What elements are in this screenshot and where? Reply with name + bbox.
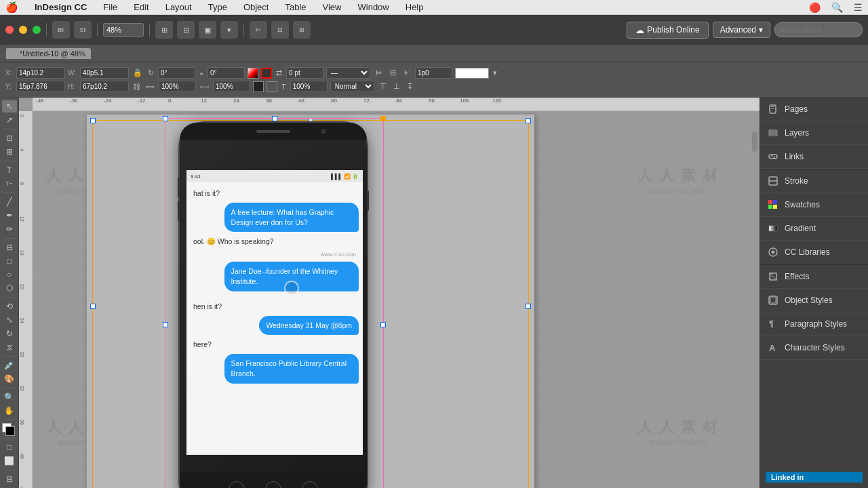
fill-stroke-indicator[interactable]	[2, 423, 17, 435]
page-tool[interactable]: ⊡	[2, 132, 17, 144]
menu-indesign[interactable]: InDesign CC	[32, 2, 90, 12]
panel-item-pages[interactable]: Pages	[760, 98, 868, 121]
panel-item-effects[interactable]: Effects	[760, 265, 868, 289]
menu-layout[interactable]: Layout	[163, 2, 195, 12]
panel-item-cc-libraries[interactable]: CC Libraries	[760, 241, 868, 264]
blend-mode-select[interactable]: Normal	[330, 81, 374, 92]
stroke-input[interactable]	[286, 67, 323, 79]
list-menu-icon[interactable]: ☰	[854, 2, 863, 13]
handle-tr[interactable]	[526, 118, 531, 123]
type-tool[interactable]: T	[2, 164, 17, 176]
scroll-indicator[interactable]	[752, 131, 757, 152]
color-arrow-icon[interactable]: ▾	[492, 68, 498, 77]
format-icon[interactable]: T	[280, 83, 288, 91]
more-btn[interactable]: ▾	[220, 21, 238, 39]
shear-tool[interactable]: ⧖	[2, 341, 17, 353]
document-tab[interactable]: ✕ *Untitled-10 @ 48%	[5, 47, 92, 59]
align-left-ctrl-btn[interactable]: ⊨	[373, 67, 385, 79]
direct-select-tool[interactable]: ↗	[2, 114, 17, 126]
publish-online-button[interactable]: ☁ Publish Online	[627, 22, 708, 39]
shear-input[interactable]	[208, 67, 245, 79]
play-btn[interactable]	[284, 281, 299, 296]
rect-tool[interactable]: □	[2, 255, 17, 267]
zoom-tool[interactable]: 🔍	[2, 391, 17, 403]
rotate-input[interactable]	[158, 67, 195, 79]
advanced-button[interactable]: Advanced ▾	[713, 22, 770, 38]
maximize-btn[interactable]	[33, 26, 41, 34]
align-center-ctrl-btn[interactable]: ⊟	[387, 67, 399, 79]
menu-type[interactable]: Type	[205, 2, 230, 12]
handle-mr[interactable]	[526, 304, 531, 309]
pencil-tool[interactable]: ✏	[2, 223, 17, 235]
menu-help[interactable]: Help	[403, 2, 427, 12]
menu-table[interactable]: Table	[282, 2, 309, 12]
inner-handle-tm[interactable]	[272, 116, 277, 121]
color-preview[interactable]	[455, 68, 489, 79]
w-input[interactable]	[80, 67, 129, 79]
chain-icon[interactable]: ⛓	[132, 83, 142, 91]
power-btn[interactable]	[367, 190, 369, 211]
x-input[interactable]	[16, 67, 65, 79]
line-tool[interactable]: ╱	[2, 196, 17, 208]
stock-btn[interactable]: St	[74, 21, 92, 39]
lock-icon[interactable]: 🔒	[132, 68, 144, 77]
handle-ml[interactable]	[90, 304, 96, 309]
fill-swatch[interactable]	[248, 68, 258, 79]
panel-item-links[interactable]: Links	[760, 145, 868, 169]
inner-handle-mr[interactable]	[380, 322, 386, 327]
view-btn[interactable]: ▣	[199, 21, 216, 39]
preview-mode-btn[interactable]: ⬜	[2, 455, 17, 467]
chat-messages-area[interactable]: hat is it? A free lecture: What has Grap…	[186, 182, 363, 455]
inner-handle-tr[interactable]	[380, 116, 386, 121]
swap-icon[interactable]: ⇄	[275, 68, 283, 77]
align-left-btn[interactable]: ⊨	[250, 21, 267, 39]
volume-down-btn[interactable]	[178, 201, 180, 221]
frame-btn[interactable]: ⊞	[155, 21, 173, 39]
grid-btn[interactable]: ⊟	[177, 21, 195, 39]
canvas-area[interactable]: -48 -36 -24 -12 0 12 24 36 48 60 72 84 9…	[19, 98, 760, 488]
bridge-btn[interactable]: Br	[52, 21, 70, 39]
hand-tool[interactable]: ✋	[2, 405, 17, 417]
align-center-btn[interactable]: ⊟	[271, 21, 289, 39]
stroke-swatch[interactable]	[261, 68, 272, 79]
menu-file[interactable]: File	[100, 2, 120, 12]
valign-mid-btn[interactable]: ⊥	[391, 81, 403, 93]
distribute-btn[interactable]: ⊞	[293, 21, 311, 39]
panel-item-swatches[interactable]: Swatches	[760, 193, 868, 217]
panel-item-paragraph-styles[interactable]: ¶ Paragraph Styles	[760, 312, 868, 336]
panel-item-stroke[interactable]: Stroke	[760, 169, 868, 193]
panel-item-gradient[interactable]: Gradient	[760, 217, 868, 241]
menu-object[interactable]: Object	[241, 2, 272, 12]
linkedin-badge[interactable]: Linked in	[766, 472, 863, 483]
zoom-input[interactable]	[103, 23, 144, 37]
panel-item-object-styles[interactable]: Object Styles	[760, 289, 868, 312]
normal-mode-btn[interactable]: □	[2, 441, 17, 453]
eyedropper-tool[interactable]: 💉	[2, 359, 17, 371]
polygon-tool[interactable]: ⬡	[2, 282, 17, 294]
volume-up-btn[interactable]	[178, 177, 180, 197]
screen-mode-btn[interactable]: ⊟	[2, 473, 17, 485]
tab-close-icon[interactable]: ✕	[12, 50, 17, 58]
pen-tool[interactable]: ✒	[2, 209, 17, 222]
scale-tool[interactable]: ⤡	[2, 314, 17, 326]
home-btn[interactable]: ○	[265, 481, 281, 488]
menu-view[interactable]: View	[320, 2, 344, 12]
rotate-tool[interactable]: ↻	[2, 327, 17, 340]
panel-item-layers[interactable]: Layers	[760, 121, 868, 145]
scalex-input[interactable]	[159, 81, 196, 92]
h-input[interactable]	[80, 81, 129, 92]
y-input[interactable]	[16, 81, 65, 92]
valign-bot-btn[interactable]: ↧	[404, 81, 416, 93]
phone-screen[interactable]: 9:41 ▌▌▌ 📶 🔋 hat is it?	[186, 170, 363, 455]
opacity-input[interactable]	[290, 81, 328, 92]
adobe-stock-search[interactable]	[774, 22, 863, 37]
search-menu-icon[interactable]: 🔍	[831, 2, 843, 13]
apple-logo-icon[interactable]: 🍎	[5, 1, 18, 14]
document-page[interactable]: 9:41 ▌▌▌ 📶 🔋 hat is it?	[87, 115, 534, 488]
scaley-input[interactable]	[213, 81, 250, 92]
valign-top-btn[interactable]: ⊤	[377, 81, 389, 93]
minimize-btn[interactable]	[19, 26, 27, 34]
free-transform-tool[interactable]: ⟲	[2, 300, 17, 312]
ellipse-tool[interactable]: ○	[2, 268, 17, 281]
menu-window[interactable]: Window	[355, 2, 392, 12]
